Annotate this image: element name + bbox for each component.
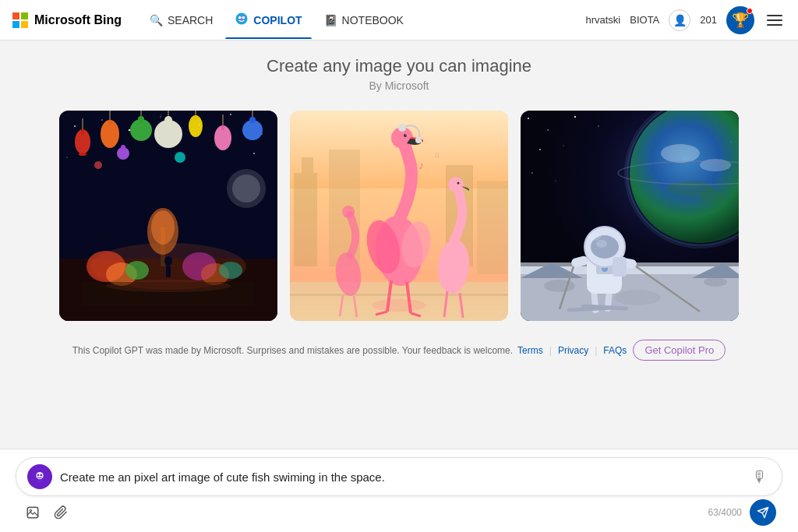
svg-point-72: [415, 137, 422, 143]
username-label[interactable]: BIOTA: [630, 14, 659, 26]
nav-copilot[interactable]: COPILOT: [225, 1, 311, 39]
message-input[interactable]: [60, 470, 741, 484]
user-silhouette-icon: 👤: [673, 14, 687, 26]
svg-point-9: [230, 114, 231, 115]
image-icon: [26, 506, 40, 520]
get-copilot-pro-button[interactable]: Get Copilot Pro: [633, 340, 726, 361]
svg-point-11: [66, 157, 67, 157]
nav-search-label: SEARCH: [168, 14, 213, 26]
svg-point-24: [154, 120, 182, 148]
svg-point-38: [175, 152, 185, 163]
faqs-link[interactable]: FAQs: [603, 345, 627, 356]
nav-notebook-label: NOTEBOOK: [342, 14, 404, 26]
svg-point-112: [704, 277, 727, 287]
svg-point-34: [249, 117, 256, 123]
svg-point-12: [253, 153, 255, 154]
svg-rect-19: [108, 120, 111, 125]
svg-point-86: [342, 206, 355, 218]
svg-point-7: [160, 116, 161, 117]
attach-button[interactable]: [50, 502, 72, 523]
nav-copilot-label: COPILOT: [253, 14, 302, 26]
svg-rect-132: [613, 257, 627, 277]
svg-point-0: [236, 13, 248, 25]
svg-point-92: [547, 129, 549, 131]
lanterns-artwork: [59, 111, 277, 321]
char-count: 63/4000: [708, 507, 742, 518]
svg-point-25: [164, 116, 172, 124]
svg-rect-15: [81, 129, 84, 134]
nav-notebook[interactable]: 📓 NOTEBOOK: [315, 3, 413, 37]
svg-point-53: [164, 256, 172, 266]
copilot-icon: [235, 12, 249, 28]
svg-point-46: [125, 261, 149, 280]
svg-point-75: [405, 134, 406, 135]
svg-rect-63: [477, 181, 508, 274]
language-selector[interactable]: hrvatski: [585, 14, 620, 26]
disclaimer-links: Terms | Privacy | FAQs Get Copilot Pro: [517, 340, 726, 361]
disclaimer-text: This Copilot GPT was made by Microsoft. …: [72, 345, 513, 356]
main-content: Create any image you can imagine By Micr…: [0, 41, 798, 449]
input-toolbar: 63/4000: [16, 496, 782, 526]
input-row: 🎙: [16, 457, 782, 496]
hamburger-menu[interactable]: [764, 12, 786, 29]
svg-rect-31: [221, 125, 224, 130]
sep-1: |: [549, 345, 552, 356]
trophy-button[interactable]: 🏆: [726, 6, 754, 34]
svg-point-105: [700, 190, 723, 203]
page-title: Create any image you can imagine: [267, 56, 531, 76]
svg-point-52: [151, 210, 175, 245]
svg-rect-136: [27, 507, 38, 518]
svg-point-22: [138, 116, 144, 122]
astronaut-artwork: [521, 111, 739, 321]
svg-point-41: [232, 174, 260, 203]
header: Microsoft Bing 🔍 SEARCH: [0, 0, 798, 41]
svg-point-13: [214, 145, 215, 146]
user-icon[interactable]: 👤: [669, 9, 690, 31]
svg-point-110: [544, 280, 575, 292]
svg-point-37: [121, 145, 125, 150]
gallery-image-3[interactable]: [521, 111, 739, 321]
svg-point-97: [531, 172, 533, 174]
brand-logo[interactable]: Microsoft Bing: [12, 12, 122, 28]
svg-point-94: [598, 125, 598, 126]
svg-point-81: [448, 177, 464, 192]
svg-point-137: [30, 509, 31, 511]
input-area: 🎙 63/4000: [0, 449, 798, 532]
privacy-link[interactable]: Privacy: [558, 345, 588, 356]
svg-point-135: [40, 474, 42, 477]
terms-link[interactable]: Terms: [517, 345, 543, 356]
svg-point-102: [661, 144, 700, 163]
svg-rect-28: [194, 115, 197, 119]
image-gallery: ♪ ♫: [59, 111, 739, 321]
sep-2: |: [595, 345, 597, 356]
brand-name: Microsoft Bing: [34, 13, 122, 27]
send-button[interactable]: [750, 499, 776, 526]
svg-point-129: [596, 240, 607, 248]
svg-rect-54: [166, 266, 171, 277]
gallery-image-1[interactable]: [59, 111, 277, 321]
svg-rect-60: [302, 157, 313, 173]
nav-search[interactable]: 🔍 SEARCH: [140, 3, 222, 37]
mic-button[interactable]: 🎙: [749, 468, 771, 486]
notification-dot: [747, 8, 753, 14]
svg-point-21: [130, 119, 152, 141]
svg-point-96: [563, 145, 563, 146]
svg-point-17: [79, 153, 87, 156]
svg-point-56: [106, 280, 231, 292]
svg-point-2: [242, 16, 245, 19]
svg-point-73: [398, 124, 406, 132]
main-nav: 🔍 SEARCH: [140, 1, 585, 39]
microsoft-logo: [12, 12, 28, 28]
gallery-image-2[interactable]: ♪ ♫: [290, 111, 508, 321]
menu-line-3: [767, 24, 782, 26]
page-subtitle: By Microsoft: [369, 79, 429, 92]
menu-line-2: [767, 19, 782, 21]
chat-avatar-icon[interactable]: [27, 464, 52, 489]
svg-point-111: [614, 290, 661, 305]
svg-point-82: [457, 182, 460, 185]
svg-rect-65: [290, 294, 508, 296]
header-right: hrvatski BIOTA 👤 201 🏆: [585, 6, 786, 34]
input-tools: [22, 502, 72, 523]
image-add-button[interactable]: [22, 502, 44, 523]
flamingos-artwork: ♪ ♫: [290, 111, 508, 321]
